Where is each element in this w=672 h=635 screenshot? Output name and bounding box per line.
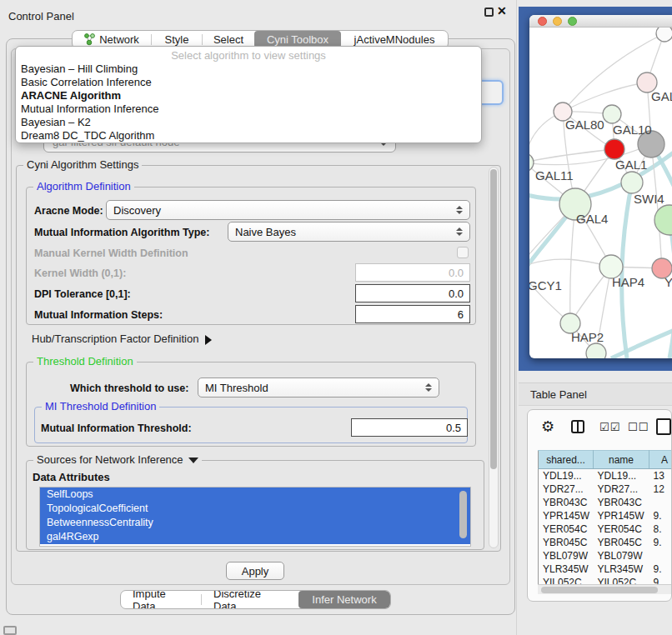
mi-steps-field[interactable]: 6: [355, 305, 470, 323]
table-cell[interactable]: YDL19...: [539, 469, 594, 482]
table-cell[interactable]: 8.: [649, 522, 672, 536]
algorithm-option-bayesian-hill-climbing[interactable]: Bayesian – Hill Climbing: [16, 62, 481, 76]
tab-infer-network[interactable]: Infer Network: [298, 591, 390, 608]
table-cell[interactable]: [649, 549, 672, 562]
column-header-partial[interactable]: A: [649, 451, 672, 469]
node-GAL1-red[interactable]: [604, 139, 624, 159]
attribute-item-selfloops[interactable]: SelfLoops: [40, 488, 470, 502]
which-threshold-combo[interactable]: MI Threshold: [198, 378, 439, 398]
minimize-traffic-light[interactable]: [553, 17, 562, 26]
data-attributes-list: SelfLoops TopologicalCoefficient Between…: [39, 487, 471, 547]
network-graph[interactable]: GALGAL80GAL10GAL1GAL11SWI4GAL4GCY1HAP4YH…: [529, 28, 672, 358]
column-header-name[interactable]: name: [594, 451, 649, 469]
table-row[interactable]: YLR345WYLR345W9.: [539, 562, 672, 576]
table-cell[interactable]: YDR27...: [594, 482, 649, 496]
tab-impute-data[interactable]: Impute Data: [121, 591, 201, 608]
table-cell[interactable]: YBR043C: [594, 496, 649, 509]
algorithm-option-basic-correlation[interactable]: Basic Correlation Inference: [16, 76, 481, 89]
select-all-checkboxes-icon[interactable]: ☑☑: [599, 421, 620, 433]
table-horizontal-scrollbar[interactable]: [538, 584, 672, 594]
node-GAL10[interactable]: [603, 105, 621, 123]
network-tab-icon: [84, 33, 95, 46]
settings-scrollbar-thumb[interactable]: [490, 169, 497, 469]
dpi-tolerance-field[interactable]: 0.0: [355, 284, 470, 302]
algorithm-option-mutual-information[interactable]: Mutual Information Inference: [16, 102, 481, 116]
table-row[interactable]: YER054CYER054C8.: [539, 522, 672, 536]
node-label-GCY1: GCY1: [529, 278, 562, 292]
table-cell[interactable]: YLR345W: [539, 562, 594, 576]
close-traffic-light[interactable]: [538, 17, 547, 26]
tab-discretize-data[interactable]: Discretize Data: [202, 591, 298, 608]
tab-infer-network-label: Infer Network: [312, 593, 376, 606]
table-cell[interactable]: 12: [649, 482, 672, 496]
new-table-icon[interactable]: [656, 418, 671, 435]
table-cell[interactable]: [649, 496, 672, 509]
attributes-scrollbar-thumb[interactable]: [459, 491, 467, 538]
panel-divider[interactable]: [516, 0, 517, 635]
deselect-all-checkboxes-icon[interactable]: ☐☐: [628, 421, 649, 433]
mi-algorithm-type-combo[interactable]: Naive Bayes: [228, 222, 470, 242]
table-row[interactable]: YBR043CYBR043C: [539, 496, 672, 509]
float-window-icon[interactable]: [484, 8, 494, 17]
table-cell[interactable]: YBL079W: [594, 549, 649, 562]
table-cell[interactable]: YBR043C: [539, 496, 594, 509]
node-table: shared... name A YDL19...YDL19...13YDR27…: [538, 450, 672, 589]
table-panel: ⚙ ☑☑ ☐☐ shared... name A YDL19...YDL19..…: [527, 409, 672, 602]
node-table-body: YDL19...YDL19...13YDR27...YDR27...12YBR0…: [539, 469, 672, 589]
table-cell[interactable]: 13: [649, 469, 672, 482]
table-cell[interactable]: 9.: [649, 509, 672, 522]
table-cell[interactable]: YPR145W: [594, 509, 649, 522]
node-top-partial[interactable]: [656, 28, 672, 42]
table-cell[interactable]: YBL079W: [539, 549, 594, 562]
apply-button[interactable]: Apply: [226, 562, 284, 580]
table-cell[interactable]: YER054C: [594, 522, 649, 536]
gear-icon[interactable]: ⚙: [541, 418, 554, 436]
tab-style-label: Style: [165, 33, 189, 46]
kernel-width-field[interactable]: 0.0: [355, 263, 470, 282]
table-cell[interactable]: YDL19...: [594, 469, 649, 482]
algorithm-option-bayesian-k2[interactable]: Bayesian – K2: [16, 116, 481, 129]
aracne-mode-combo[interactable]: Discovery: [106, 200, 470, 220]
node-SWI4[interactable]: [621, 172, 643, 193]
table-cell[interactable]: YBR045C: [539, 536, 594, 549]
sources-group-title[interactable]: Sources for Network Inference: [33, 453, 202, 466]
columns-icon[interactable]: [571, 420, 584, 433]
hub-definition-toggle[interactable]: Hub/Transcription Factor Definition: [32, 332, 212, 345]
table-cell[interactable]: 9.: [649, 536, 672, 549]
dpi-tolerance-value: 0.0: [449, 288, 464, 300]
minimized-panel-icon[interactable]: [3, 626, 17, 635]
network-window-titlebar[interactable]: [529, 15, 672, 28]
table-horizontal-scrollbar-thumb[interactable]: [541, 587, 658, 593]
algorithm-option-dream8[interactable]: Dream8 DC_TDC Algorithm: [16, 129, 481, 142]
node-GAL11[interactable]: [529, 153, 534, 172]
node-green-right[interactable]: [654, 205, 672, 235]
spinner-icon: [425, 383, 432, 392]
node-bottom-node[interactable]: [586, 343, 606, 358]
bottom-tabs: Impute Data Discretize Data Infer Networ…: [120, 590, 391, 609]
tab-discretize-data-label: Discretize Data: [213, 590, 287, 609]
table-row[interactable]: YDL19...YDL19...13: [539, 469, 672, 482]
manual-kernel-width-checkbox[interactable]: [457, 247, 469, 258]
attribute-item-betweennesscentrality[interactable]: BetweennessCentrality: [40, 516, 470, 530]
column-header-shared-name[interactable]: shared...: [539, 451, 594, 469]
table-row[interactable]: YDR27...YDR27...12: [539, 482, 672, 496]
settings-scrollbar[interactable]: [489, 167, 499, 548]
network-window: GALGAL80GAL10GAL1GAL11SWI4GAL4GCY1HAP4YH…: [529, 15, 672, 358]
table-cell[interactable]: YPR145W: [539, 509, 594, 522]
table-row[interactable]: YBR045CYBR045C9.: [539, 536, 672, 549]
table-row[interactable]: YPR145WYPR145W9.: [539, 509, 672, 522]
close-icon[interactable]: ✕: [497, 4, 507, 18]
algorithm-definition-title: Algorithm Definition: [33, 180, 134, 192]
network-edge: [622, 182, 632, 358]
table-cell[interactable]: YDR27...: [539, 482, 594, 496]
table-cell[interactable]: 9.: [649, 562, 672, 576]
mi-threshold-field[interactable]: 0.5: [351, 418, 468, 437]
zoom-traffic-light[interactable]: [568, 17, 577, 26]
attribute-item-gal4rgexp[interactable]: gal4RGexp: [40, 530, 470, 544]
table-cell[interactable]: YBR045C: [594, 536, 649, 549]
algorithm-option-aracne[interactable]: ARACNE Algorithm: [16, 89, 481, 102]
table-cell[interactable]: YLR345W: [594, 562, 649, 576]
table-cell[interactable]: YER054C: [539, 522, 594, 536]
attribute-item-topologicalcoefficient[interactable]: TopologicalCoefficient: [40, 502, 470, 516]
table-row[interactable]: YBL079WYBL079W: [539, 549, 672, 562]
